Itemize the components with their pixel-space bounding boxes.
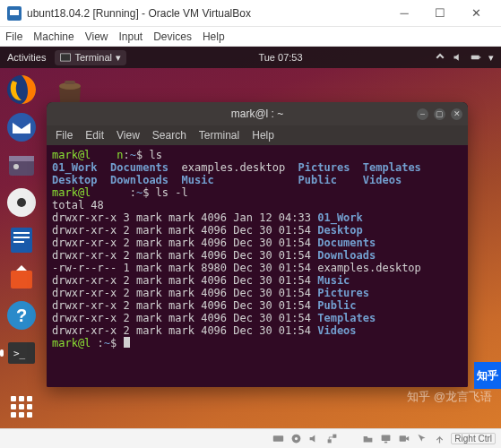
svg-rect-3 — [61, 54, 71, 61]
zhihu-badge: 知乎 — [474, 362, 501, 389]
svg-rect-27 — [327, 439, 331, 443]
term-menu-file[interactable]: File — [56, 129, 73, 142]
minimize-button[interactable]: ─ — [386, 1, 422, 26]
menu-file[interactable]: File — [5, 30, 22, 43]
launcher-rhythmbox[interactable] — [4, 185, 39, 220]
clock[interactable]: Tue 07:53 — [126, 52, 435, 63]
svg-rect-4 — [471, 56, 479, 60]
menu-machine[interactable]: Machine — [33, 30, 73, 43]
svg-rect-17 — [13, 237, 30, 238]
status-usb-icon[interactable] — [343, 433, 356, 445]
maximize-button[interactable]: ☐ — [422, 1, 458, 26]
terminal-minimize-button[interactable]: – — [417, 108, 428, 120]
launcher-writer[interactable] — [4, 222, 39, 258]
svg-point-12 — [13, 164, 19, 169]
watermark: 知乎 @龙言飞语 — [407, 389, 492, 405]
launcher-software[interactable] — [4, 260, 39, 296]
status-cd-icon[interactable] — [289, 433, 302, 445]
launcher-thunderbird[interactable] — [4, 109, 39, 145]
svg-rect-15 — [11, 228, 32, 253]
terminal-titlebar[interactable]: mark@l : ~ – ▢ ✕ — [47, 102, 468, 125]
terminal-menubar: File Edit View Search Terminal Help — [47, 125, 468, 145]
terminal-small-icon — [60, 52, 71, 63]
svg-rect-29 — [381, 435, 390, 441]
virtualbox-icon — [7, 6, 22, 21]
svg-point-14 — [17, 198, 26, 207]
svg-rect-31 — [399, 435, 405, 442]
menu-help[interactable]: Help — [203, 30, 225, 43]
term-menu-help[interactable]: Help — [252, 129, 274, 142]
launcher-firefox[interactable] — [4, 72, 39, 108]
terminal-maximize-button[interactable]: ▢ — [434, 108, 445, 120]
status-hdd-icon[interactable] — [272, 433, 284, 445]
status-recording-icon[interactable] — [397, 433, 410, 445]
svg-point-26 — [295, 437, 298, 440]
launcher-help[interactable]: ? — [4, 297, 39, 333]
svg-rect-30 — [384, 442, 387, 444]
chevron-down-icon: ▾ — [116, 52, 121, 64]
gnome-top-bar: Activities Terminal ▾ Tue 07:53 ▾ — [0, 47, 501, 68]
menu-devices[interactable]: Devices — [153, 30, 192, 43]
chevron-down-icon[interactable]: ▾ — [488, 52, 494, 64]
status-network-icon[interactable] — [325, 433, 338, 445]
svg-text:?: ? — [16, 306, 27, 325]
svg-point-9 — [7, 113, 36, 142]
terminal-body[interactable]: mark@l n:~$ ls 01_Work Documents example… — [47, 145, 468, 387]
window-title: ubunt18.04.2 [Running] - Oracle VM Virtu… — [27, 7, 386, 20]
svg-rect-7 — [65, 81, 75, 84]
volume-icon[interactable] — [453, 52, 463, 63]
activities-button[interactable]: Activities — [7, 52, 46, 63]
terminal-close-button[interactable]: ✕ — [451, 108, 462, 120]
launcher-files[interactable] — [4, 147, 39, 183]
virtualbox-menubar: File Machine View Input Devices Help — [0, 27, 501, 47]
launcher-dock: ? >_ — [0, 68, 43, 428]
battery-icon[interactable] — [471, 52, 481, 63]
show-applications-button[interactable] — [5, 391, 38, 423]
term-menu-search[interactable]: Search — [152, 129, 186, 142]
ubuntu-desktop[interactable]: Activities Terminal ▾ Tue 07:53 ▾ ? >_ — [0, 47, 501, 428]
terminal-title-text: mark@l : ~ — [231, 108, 284, 120]
svg-rect-24 — [273, 435, 283, 442]
status-keyboard-icon[interactable] — [433, 433, 445, 445]
svg-rect-5 — [479, 56, 481, 58]
svg-rect-11 — [9, 156, 34, 161]
status-shared-folders-icon[interactable] — [361, 433, 374, 445]
launcher-terminal[interactable]: >_ — [4, 335, 39, 371]
status-display-icon[interactable] — [379, 433, 392, 445]
svg-rect-18 — [13, 241, 24, 243]
close-button[interactable]: ✕ — [458, 1, 494, 26]
virtualbox-titlebar: ubunt18.04.2 [Running] - Oracle VM Virtu… — [0, 0, 501, 27]
menu-view[interactable]: View — [85, 30, 108, 43]
svg-rect-16 — [13, 232, 30, 234]
terminal-window: mark@l : ~ – ▢ ✕ File Edit View Search T… — [47, 102, 468, 387]
menu-input[interactable]: Input — [119, 30, 143, 43]
svg-rect-1 — [10, 10, 19, 15]
svg-text:>_: >_ — [13, 348, 26, 359]
host-key-indicator[interactable]: Right Ctrl — [451, 433, 496, 444]
top-app-indicator[interactable]: Terminal ▾ — [55, 50, 126, 65]
term-menu-edit[interactable]: Edit — [85, 129, 104, 142]
svg-rect-19 — [11, 271, 32, 289]
term-menu-view[interactable]: View — [117, 129, 140, 142]
top-app-label: Terminal — [74, 52, 112, 63]
status-mouse-icon[interactable] — [415, 433, 428, 445]
network-icon[interactable] — [435, 52, 445, 63]
status-audio-icon[interactable] — [307, 433, 320, 445]
term-menu-terminal[interactable]: Terminal — [199, 129, 239, 142]
virtualbox-statusbar: Right Ctrl — [0, 428, 501, 448]
